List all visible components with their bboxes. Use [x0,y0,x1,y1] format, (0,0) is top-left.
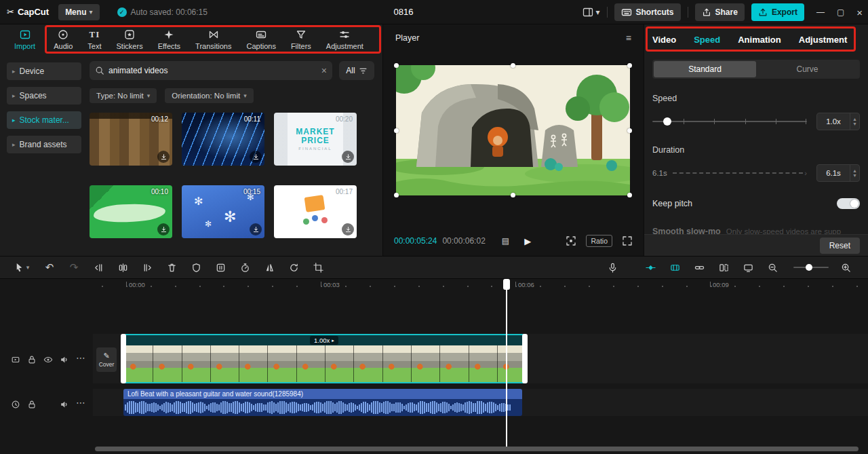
maximize-button[interactable]: ▢ [837,7,844,17]
tab-stickers[interactable]: Stickers [109,29,151,50]
selection-handle[interactable] [627,63,632,68]
speed-stepper[interactable]: ▲ ▼ [850,113,859,130]
redo-button[interactable]: ↷ [64,259,84,276]
selection-handle[interactable] [627,193,632,197]
track-more-icon[interactable]: ⋯ [76,397,85,408]
trim-handle-left[interactable] [121,334,126,383]
frames-icon[interactable]: ▤ [502,236,509,246]
linking-toggle[interactable] [689,259,709,276]
slider-handle[interactable] [663,117,671,126]
minimize-button[interactable]: — [816,7,825,17]
keyframe-toggle[interactable] [640,259,660,276]
download-icon[interactable] [157,223,170,235]
selection-handle[interactable] [394,128,399,133]
tab-adjustment[interactable]: Adjustment [799,35,848,45]
tab-effects[interactable]: Effects [151,29,188,50]
selection-handle[interactable] [511,193,515,197]
main-track-magnet-toggle[interactable] [665,259,685,276]
video-preview[interactable] [396,65,630,195]
duration-stepper[interactable]: ▲ ▼ [850,165,859,181]
zoom-in-button[interactable] [835,259,856,276]
video-clip[interactable]: 1.00x ▸ [123,334,525,383]
export-button[interactable]: Export [751,3,804,21]
shortcuts-button[interactable]: Shortcuts [614,3,681,21]
tab-audio[interactable]: Audio [46,29,80,50]
stepper-down-icon[interactable]: ▼ [852,121,857,126]
mask-button[interactable] [186,259,206,276]
zoom-handle[interactable] [806,264,812,271]
stock-video-thumbnail[interactable]: ✻ ✻ ✻ ✻ 00:15 [182,185,264,238]
tab-video[interactable]: Video [652,35,676,45]
mode-standard[interactable]: Standard [654,61,756,77]
preview-window-toggle[interactable] [738,259,758,276]
tab-speed[interactable]: Speed [694,35,720,45]
playhead[interactable] [502,279,511,447]
stepper-up-icon[interactable]: ▲ [852,117,857,121]
sidebar-item-stock-materials[interactable]: ▸ Stock mater... [7,111,81,129]
stock-video-thumbnail[interactable]: 00:10 [90,185,172,238]
sidebar-item-device[interactable]: ▸ Device [7,62,81,80]
tab-import[interactable]: Import [7,29,46,50]
delete-button[interactable] [161,259,182,276]
focus-icon[interactable] [566,235,576,246]
lock-icon[interactable] [27,355,37,364]
freeze-frame-button[interactable] [210,259,231,276]
audio-clip[interactable]: Lofi Beat with a pleasant guitar and wat… [123,389,522,416]
speed-value-box[interactable]: 1.0x ▲ ▼ [816,113,860,130]
tab-filters[interactable]: Filters [283,29,319,50]
tab-adjustment[interactable]: Adjustment [319,29,371,50]
download-icon[interactable] [342,151,354,163]
selection-handle[interactable] [394,63,399,68]
rotate-button[interactable] [283,259,304,276]
player-menu-icon[interactable]: ≡ [626,33,631,43]
fullscreen-icon[interactable] [622,235,633,246]
stock-video-thumbnail[interactable]: 00:11 [182,113,264,166]
split-button[interactable] [113,259,133,276]
orientation-filter-dropdown[interactable]: Orientation: No limit ▾ [165,88,254,103]
track-more-icon[interactable]: ⋯ [76,352,85,363]
download-icon[interactable] [250,151,262,163]
timeline-zoom-slider[interactable] [793,263,829,272]
delete-left-button[interactable] [88,259,108,276]
speed-button[interactable] [235,259,255,276]
select-tool-button[interactable]: ▾ [8,259,35,276]
lock-icon[interactable] [27,400,37,409]
timeline-scrollbar[interactable] [95,447,859,451]
ratio-button[interactable]: Ratio [586,235,612,247]
hide-track-icon[interactable] [43,355,53,364]
stepper-down-icon[interactable]: ▼ [852,173,857,178]
tab-transitions[interactable]: Transitions [188,29,239,50]
menu-button[interactable]: Menu ▾ [58,4,99,20]
stepper-up-icon[interactable]: ▲ [852,168,857,173]
crop-button[interactable] [308,259,328,276]
mode-curve[interactable]: Curve [756,61,859,77]
delete-right-button[interactable] [137,259,157,276]
trim-handle-right[interactable] [522,334,528,383]
tab-text[interactable]: TI Text [80,29,108,50]
stock-video-thumbnail[interactable]: MARKET PRICE FINANCIAL 00:20 [274,113,357,166]
selection-handle[interactable] [627,128,632,133]
all-filter-button[interactable]: All [339,61,374,80]
mirror-button[interactable] [259,259,279,276]
download-icon[interactable] [157,151,170,163]
duration-value-box[interactable]: 6.1s ▲ ▼ [816,164,860,182]
stock-video-thumbnail[interactable]: 00:12 [90,113,172,166]
speed-slider[interactable] [652,117,807,126]
zoom-out-button[interactable] [762,259,783,276]
snapping-toggle[interactable] [713,259,734,276]
undo-button[interactable]: ↶ [39,259,60,276]
play-button[interactable]: ▶ [524,236,531,246]
layout-switcher-button[interactable]: ▾ [583,7,599,18]
tab-animation[interactable]: Animation [738,35,781,45]
search-input[interactable] [108,66,317,75]
keep-pitch-toggle[interactable] [837,198,860,209]
clear-search-icon[interactable]: × [321,65,327,76]
tab-captions[interactable]: Captions [239,29,283,50]
download-icon[interactable] [342,223,354,235]
type-filter-dropdown[interactable]: Type: No limit ▾ [90,88,157,103]
share-button[interactable]: Share [695,3,745,21]
mute-track-icon[interactable] [60,355,69,364]
cover-button[interactable]: ✎ Cover [96,347,117,372]
stock-video-thumbnail[interactable]: 00:17 [274,185,357,238]
selection-handle[interactable] [511,63,515,68]
